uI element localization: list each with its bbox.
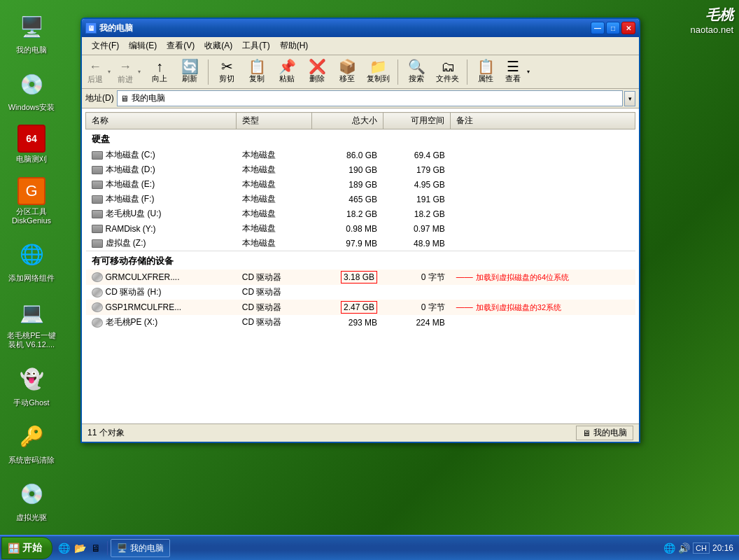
pe-install-label: 老毛桃PE一键 装机 V6.12.... (7, 331, 56, 349)
desktop-icon-ghost[interactable]: 👻 手动Ghost (3, 360, 59, 410)
start-label: 开始 (22, 542, 42, 554)
taskbar: 🪟 开始 🌐 📂 🖥 🖥️ 我的电脑 🌐 🔊 CH 20:16 (0, 535, 739, 560)
table-row[interactable]: GRMCULXFRER.... CD 驱动器 3.18 GB 0 字节 ——加载… (86, 270, 635, 285)
table-row[interactable]: 老毛桃PE (X:) CD 驱动器 293 MB 224 MB (86, 315, 635, 330)
item-name: 本地磁盘 (D:) (106, 164, 155, 174)
item-name: 老毛桃PE (X:) (106, 317, 158, 327)
cpu-test-label: 电脑测刈 (16, 155, 47, 164)
desktop: 🖥️ 我的电脑 💿 Windows安装 64 电脑测刈 G 分区工具 DiskG… (0, 0, 739, 560)
item-name: GSP1RMCULFRE... (106, 302, 182, 312)
col-type[interactable]: 类型 (237, 113, 312, 130)
forward-dropdown[interactable]: ▾ (135, 58, 143, 86)
quick-icon-screen[interactable]: 🖥 (89, 541, 103, 555)
item-name: RAMDisk (Y:) (106, 224, 156, 234)
item-type: 本地磁盘 (242, 179, 276, 189)
folder-button[interactable]: 🗂 文件夹 (432, 57, 463, 86)
toolbar: ← 后退 ▾ → 前进 ▾ ↑ 向上 🔄 刷新 (82, 55, 639, 89)
forward-button[interactable]: → 前进 (115, 58, 135, 86)
my-computer-icon: 🖥️ (15, 10, 48, 43)
start-button[interactable]: 🪟 开始 (1, 537, 52, 559)
tray-icon-volume[interactable]: 🔊 (678, 542, 690, 554)
address-path: 我的电脑 (132, 92, 165, 104)
copy-to-button[interactable]: 📁 复制到 (363, 57, 393, 86)
table-row[interactable]: CD 驱动器 (H:) CD 驱动器 (86, 285, 635, 300)
status-location-text: 我的电脑 (593, 427, 627, 439)
table-row[interactable]: 本地磁盘 (E:) 本地磁盘 189 GB 4.95 GB (86, 177, 635, 192)
annotation-arrow: —— (456, 302, 473, 312)
search-button[interactable]: 🔍 搜索 (402, 57, 430, 86)
quick-icon-browser[interactable]: 🌐 (57, 541, 71, 555)
tray-ch[interactable]: CH (693, 542, 710, 554)
table-row[interactable]: 本地磁盘 (D:) 本地磁盘 190 GB 179 GB (86, 162, 635, 177)
up-button[interactable]: ↑ 向上 (146, 57, 174, 86)
desktop-icon-my-computer[interactable]: 🖥️ 我的电脑 (3, 7, 59, 57)
menu-file[interactable]: 文件(F) (87, 38, 123, 53)
status-location-icon: 🖥 (582, 428, 591, 438)
quick-icon-folder[interactable]: 📂 (73, 541, 87, 555)
section-header: 硬盘 (86, 130, 635, 148)
desktop-icon-add-network[interactable]: 🌐 添加网络组件 (3, 235, 59, 286)
quick-launch: 🌐 📂 🖥 (52, 541, 108, 555)
item-name: 本地磁盘 (C:) (106, 150, 155, 160)
tray-icon-network[interactable]: 🌐 (663, 542, 675, 554)
cd-icon (92, 272, 103, 282)
menu-tools[interactable]: 工具(T) (238, 38, 274, 53)
desktop-icon-cpu-test[interactable]: 64 电脑测刈 (3, 122, 59, 167)
password-label: 系统密码清除 (8, 456, 55, 465)
taskbar-item-my-computer[interactable]: 🖥️ 我的电脑 (111, 539, 170, 557)
cd-icon (92, 318, 103, 328)
annotation-text: 加载到虚拟磁盘的64位系统 (476, 273, 569, 281)
table-row[interactable]: GSP1RMCULFRE... CD 驱动器 2.47 GB 0 字节 ——加载… (86, 300, 635, 315)
desktop-icon-pe-install[interactable]: 💻 老毛桃PE一键 装机 V6.12.... (3, 293, 59, 352)
toolbar-sep-3 (467, 59, 467, 85)
section-header: 有可移动存储的设备 (86, 251, 635, 270)
menu-help[interactable]: 帮助(H) (276, 38, 313, 53)
cpu-test-icon: 64 (17, 125, 45, 153)
diskgenius-label: 分区工具 DiskGenius (12, 207, 51, 225)
table-row[interactable]: RAMDisk (Y:) 本地磁盘 0.98 MB 0.97 MB (86, 221, 635, 236)
watermark: 毛桃 naotao.net (691, 6, 733, 35)
col-note[interactable]: 备注 (451, 113, 635, 130)
back-button-group: ← 后退 ▾ (85, 58, 113, 86)
delete-button[interactable]: ❌ 删除 (303, 57, 331, 86)
menu-favorites[interactable]: 收藏(A) (200, 38, 237, 53)
back-button[interactable]: ← 后退 (85, 58, 105, 86)
cd-icon (92, 302, 103, 312)
ghost-icon: 👻 (15, 363, 48, 396)
col-size[interactable]: 总大小 (312, 113, 383, 130)
paste-button[interactable]: 📌 粘贴 (273, 57, 301, 86)
table-row[interactable]: 老毛桃U盘 (U:) 本地磁盘 18.2 GB 18.2 GB (86, 206, 635, 221)
view-dropdown[interactable]: ▾ (524, 57, 533, 86)
maximize-button[interactable]: □ (606, 22, 620, 34)
menu-view[interactable]: 查看(V) (162, 38, 199, 53)
desktop-icon-diskgenius[interactable]: G 分区工具 DiskGenius (3, 174, 59, 228)
properties-button[interactable]: 📋 属性 (472, 57, 500, 86)
cut-button[interactable]: ✂ 剪切 (213, 57, 241, 86)
menu-edit[interactable]: 编辑(E) (125, 38, 161, 53)
hdd-icon (92, 239, 103, 248)
refresh-button[interactable]: 🔄 刷新 (176, 57, 204, 86)
item-type: CD 驱动器 (242, 272, 282, 282)
view-button[interactable]: ☰ 查看 (502, 57, 524, 86)
move-button[interactable]: 📦 移至 (333, 57, 361, 86)
table-row[interactable]: 本地磁盘 (F:) 本地磁盘 465 GB 191 GB (86, 192, 635, 206)
desktop-icon-windows-install[interactable]: 💿 Windows安装 (3, 64, 59, 115)
table-row[interactable]: 本地磁盘 (C:) 本地磁盘 86.0 GB 69.4 GB (86, 148, 635, 162)
title-buttons: — □ ✕ (591, 22, 635, 34)
password-icon: 🔑 (15, 420, 48, 454)
back-dropdown[interactable]: ▾ (105, 58, 113, 86)
item-name: 本地磁盘 (E:) (106, 179, 155, 189)
desktop-icon-virtual-cd[interactable]: 💿 虚拟光驱 (3, 475, 59, 525)
table-row[interactable]: 虚拟盘 (Z:) 本地磁盘 97.9 MB 48.9 MB (86, 236, 635, 251)
ghost-label: 手动Ghost (13, 398, 49, 407)
col-free[interactable]: 可用空间 (383, 113, 451, 130)
col-name[interactable]: 名称 (86, 113, 237, 130)
minimize-button[interactable]: — (591, 22, 605, 34)
copy-button[interactable]: 📋 复制 (243, 57, 271, 86)
address-input[interactable]: 🖥 我的电脑 (117, 90, 623, 106)
desktop-icon-password[interactable]: 🔑 系统密码清除 (3, 417, 59, 468)
address-dropdown[interactable]: ▾ (624, 91, 635, 106)
taskbar-items: 🖥️ 我的电脑 (108, 539, 658, 557)
close-button[interactable]: ✕ (621, 22, 635, 34)
address-path-icon: 🖥 (120, 94, 129, 104)
